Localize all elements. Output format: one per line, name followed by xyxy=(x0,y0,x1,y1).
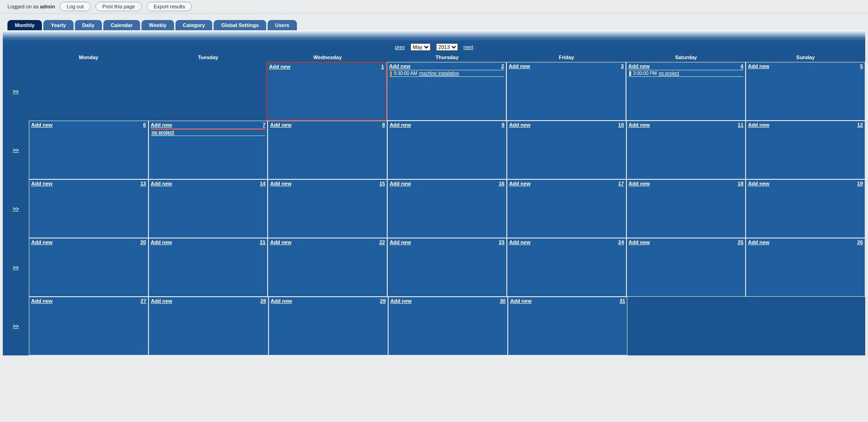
day-cell: Add new19 xyxy=(746,179,865,238)
week-gutter: >> xyxy=(3,121,29,179)
add-new-link[interactable]: Add new xyxy=(271,298,292,304)
calendar-event-allday[interactable]: no project xyxy=(151,129,266,136)
add-new-link[interactable]: Add new xyxy=(31,181,53,186)
day-cell: Add new29:30:00 AMmachine instalation xyxy=(387,62,506,121)
calendar-event[interactable]: 9:30:00 AMmachine instalation xyxy=(389,70,504,77)
add-new-link[interactable]: Add new xyxy=(31,239,53,245)
day-number-link[interactable]: 12 xyxy=(857,122,863,128)
day-header: Thursday xyxy=(387,54,507,62)
day-number-link[interactable]: 10 xyxy=(618,122,624,128)
add-new-link[interactable]: Add new xyxy=(269,64,290,69)
add-new-link[interactable]: Add new xyxy=(151,122,172,128)
month-select[interactable]: May xyxy=(410,43,431,51)
day-number-link[interactable]: 15 xyxy=(379,181,385,186)
week-expand-link[interactable]: >> xyxy=(13,147,19,153)
add-new-link[interactable]: Add new xyxy=(390,239,411,245)
add-new-link[interactable]: Add new xyxy=(748,122,769,128)
prev-link[interactable]: prev xyxy=(395,44,404,50)
day-number-link[interactable]: 29 xyxy=(380,298,386,304)
day-cell: Add new7no project xyxy=(148,121,268,179)
add-new-link[interactable]: Add new xyxy=(629,239,650,245)
export-button[interactable]: Export results xyxy=(147,2,192,11)
add-new-link[interactable]: Add new xyxy=(151,298,172,304)
add-new-link[interactable]: Add new xyxy=(510,298,532,304)
tab-daily[interactable]: Daily xyxy=(75,20,102,30)
day-number-link[interactable]: 28 xyxy=(260,298,266,304)
add-new-link[interactable]: Add new xyxy=(31,122,53,128)
day-number-link[interactable]: 6 xyxy=(143,122,146,128)
tab-weekly[interactable]: Weekly xyxy=(141,20,174,30)
tab-calendar[interactable]: Calendar xyxy=(103,20,140,30)
day-number-link[interactable]: 21 xyxy=(260,239,265,245)
add-new-link[interactable]: Add new xyxy=(390,181,411,186)
event-title-link[interactable]: no project xyxy=(659,71,679,76)
print-button[interactable]: Print this page xyxy=(95,2,142,11)
tab-category[interactable]: Category xyxy=(175,20,213,30)
week-expand-link[interactable]: >> xyxy=(13,323,19,329)
logout-button[interactable]: Log out xyxy=(60,2,91,11)
add-new-link[interactable]: Add new xyxy=(748,239,769,245)
day-number-link[interactable]: 7 xyxy=(262,122,265,128)
add-new-link[interactable]: Add new xyxy=(629,181,650,186)
day-number-link[interactable]: 2 xyxy=(501,63,504,69)
day-number-link[interactable]: 26 xyxy=(857,239,863,245)
add-new-link[interactable]: Add new xyxy=(748,63,769,69)
event-title-link[interactable]: machine instalation xyxy=(419,71,459,76)
day-number-link[interactable]: 9 xyxy=(502,122,505,128)
add-new-link[interactable]: Add new xyxy=(270,239,291,245)
add-new-link[interactable]: Add new xyxy=(270,122,291,128)
add-new-link[interactable]: Add new xyxy=(628,63,650,69)
add-new-link[interactable]: Add new xyxy=(270,181,291,186)
day-number-link[interactable]: 3 xyxy=(621,63,624,69)
tab-monthly[interactable]: Monthly xyxy=(7,20,42,30)
event-title-link[interactable]: no project xyxy=(152,130,174,135)
week-expand-link[interactable]: >> xyxy=(13,88,19,94)
add-new-link[interactable]: Add new xyxy=(390,298,412,304)
add-new-link[interactable]: Add new xyxy=(509,239,531,245)
add-new-link[interactable]: Add new xyxy=(748,181,769,186)
add-new-link[interactable]: Add new xyxy=(509,63,530,69)
day-number-link[interactable]: 13 xyxy=(140,181,146,186)
day-cell: Add new28 xyxy=(148,297,268,355)
add-new-link[interactable]: Add new xyxy=(509,122,531,128)
next-link[interactable]: next xyxy=(464,44,473,50)
tabs: MonthlyYearlyDailyCalendarWeeklyCategory… xyxy=(0,14,868,30)
tab-global-settings[interactable]: Global Settings xyxy=(214,20,266,30)
day-number-link[interactable]: 19 xyxy=(857,181,863,186)
add-new-link[interactable]: Add new xyxy=(390,122,411,128)
add-new-link[interactable]: Add new xyxy=(389,63,410,69)
add-new-link[interactable]: Add new xyxy=(151,239,172,245)
day-cell-empty xyxy=(148,62,266,121)
day-number-link[interactable]: 25 xyxy=(738,239,743,245)
week-expand-link[interactable]: >> xyxy=(13,206,19,211)
day-number-link[interactable]: 17 xyxy=(618,181,624,186)
add-new-link[interactable]: Add new xyxy=(151,181,172,186)
add-new-link[interactable]: Add new xyxy=(509,181,531,186)
day-number-link[interactable]: 11 xyxy=(738,122,743,128)
day-number-link[interactable]: 23 xyxy=(499,239,505,245)
day-number-link[interactable]: 8 xyxy=(382,122,385,128)
day-number-link[interactable]: 1 xyxy=(381,64,384,69)
day-number-link[interactable]: 24 xyxy=(618,239,624,245)
day-number-link[interactable]: 27 xyxy=(141,298,146,304)
day-number-link[interactable]: 16 xyxy=(499,181,505,186)
add-new-link[interactable]: Add new xyxy=(31,298,53,304)
day-number-link[interactable]: 22 xyxy=(379,239,385,245)
week-expand-link[interactable]: >> xyxy=(13,265,19,270)
tab-yearly[interactable]: Yearly xyxy=(43,20,73,30)
day-cell: Add new43:00:00 PMno project xyxy=(626,62,746,121)
tab-users[interactable]: Users xyxy=(268,20,297,30)
week-gutter: >> xyxy=(3,238,29,297)
day-number-link[interactable]: 5 xyxy=(860,63,863,69)
day-number-link[interactable]: 14 xyxy=(260,181,265,186)
year-select[interactable]: 2013 xyxy=(436,43,458,51)
day-number-link[interactable]: 4 xyxy=(740,63,743,69)
day-header: Sunday xyxy=(746,54,865,62)
day-number-link[interactable]: 20 xyxy=(140,239,146,245)
day-number-link[interactable]: 18 xyxy=(738,181,743,186)
add-new-link[interactable]: Add new xyxy=(629,122,650,128)
calendar-event[interactable]: 3:00:00 PMno project xyxy=(628,70,743,77)
day-number-link[interactable]: 30 xyxy=(500,298,505,304)
day-number-link[interactable]: 31 xyxy=(619,298,625,304)
day-cell: Add new8 xyxy=(268,121,387,179)
